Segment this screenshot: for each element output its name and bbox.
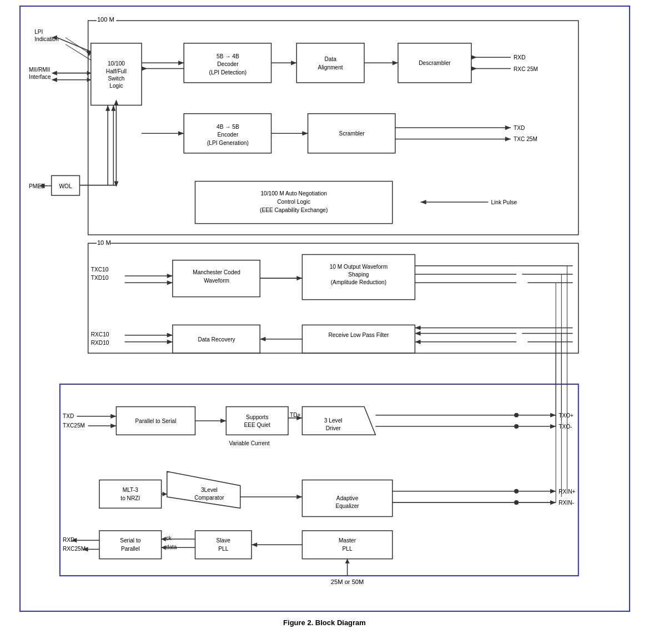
svg-marker-73 bbox=[167, 274, 172, 278]
svg-text:Driver: Driver bbox=[325, 425, 341, 431]
svg-marker-56 bbox=[51, 71, 57, 76]
lpf-label: Receive Low Pass Filter bbox=[328, 332, 389, 338]
svg-marker-29 bbox=[178, 61, 184, 65]
rxin-minus-label: RXIN- bbox=[559, 500, 574, 506]
slave-pll-label: Slave bbox=[216, 537, 230, 544]
svg-marker-35 bbox=[392, 61, 398, 65]
svg-marker-21 bbox=[471, 55, 476, 59]
parallel-serial-label: Parallel to Serial bbox=[135, 418, 176, 424]
svg-rect-150 bbox=[99, 531, 161, 559]
output-waveform-label: 10 M Output Waveform bbox=[329, 264, 387, 270]
svg-marker-90 bbox=[167, 340, 172, 344]
10m-label: 10 M bbox=[97, 239, 110, 246]
supports-eee-label: Supports bbox=[245, 414, 268, 420]
three-level-driver-label: 3 Level bbox=[324, 417, 342, 424]
svg-text:Waveform: Waveform bbox=[204, 278, 229, 284]
rxc25m-bottom-label: RXC25M bbox=[62, 546, 85, 552]
svg-marker-27 bbox=[505, 137, 510, 141]
svg-marker-43 bbox=[114, 99, 118, 105]
svg-marker-39 bbox=[302, 131, 308, 135]
svg-marker-88 bbox=[167, 333, 172, 338]
adaptive-eq-label: Adaptive bbox=[336, 495, 358, 501]
svg-text:Encoder: Encoder bbox=[217, 132, 238, 138]
mlt3-label: MLT-3 bbox=[122, 487, 138, 493]
svg-text:EEE Quiet: EEE Quiet bbox=[244, 422, 270, 428]
link-pulse-label: Link Pulse bbox=[491, 199, 517, 205]
data-alignment-label: Data bbox=[324, 56, 336, 62]
svg-rect-114 bbox=[226, 407, 288, 435]
svg-rect-10 bbox=[296, 43, 364, 83]
svg-marker-93 bbox=[260, 337, 265, 341]
svg-text:Interface: Interface bbox=[29, 74, 51, 80]
rxd-label: RXD bbox=[514, 54, 525, 61]
txd-bottom-label: TXD bbox=[62, 413, 73, 419]
master-pll-label: Master bbox=[339, 537, 356, 544]
svg-marker-37 bbox=[178, 131, 184, 135]
block-diagram-svg: x 100 M 10/100 Half/Full Switch Logic 5B… bbox=[26, 12, 623, 604]
svg-marker-145 bbox=[550, 500, 556, 505]
outer-border: x 100 M 10/100 Half/Full Switch Logic 5B… bbox=[19, 6, 630, 612]
clock-source-label: 25M or 50M bbox=[330, 578, 364, 585]
100m-label: 100 M bbox=[97, 16, 114, 23]
svg-marker-33 bbox=[291, 61, 296, 65]
data-recovery-label: Data Recovery bbox=[198, 336, 235, 343]
svg-text:(LPI Detection): (LPI Detection) bbox=[209, 69, 246, 76]
scrambler-label: Scrambler bbox=[339, 130, 365, 137]
svg-marker-41 bbox=[420, 200, 426, 204]
txo-plus-label: TXO+ bbox=[559, 412, 573, 419]
svg-text:PLL: PLL bbox=[342, 546, 352, 552]
svg-text:Equalizer: Equalizer bbox=[335, 503, 359, 509]
svg-marker-163 bbox=[345, 559, 349, 564]
svg-marker-23 bbox=[471, 66, 476, 71]
svg-marker-133 bbox=[162, 492, 167, 496]
svg-marker-123 bbox=[550, 413, 556, 417]
svg-marker-79 bbox=[296, 276, 302, 280]
svg-marker-67 bbox=[105, 105, 110, 110]
svg-text:(Amplitude Reduction): (Amplitude Reduction) bbox=[330, 279, 386, 285]
variable-current-label: Variable Current bbox=[229, 440, 269, 446]
txo-minus-label: TXO- bbox=[559, 424, 572, 430]
svg-marker-49 bbox=[66, 44, 89, 63]
svg-rect-152 bbox=[195, 531, 251, 559]
svg-marker-155 bbox=[161, 537, 165, 541]
figure-caption: Figure 2. Block Diagram bbox=[19, 618, 630, 627]
lpi-indication-label: LPI bbox=[34, 29, 43, 35]
svg-marker-157 bbox=[161, 545, 165, 550]
encoder-label: 4B → 5B bbox=[217, 124, 239, 130]
svg-text:PLL: PLL bbox=[218, 546, 228, 552]
ck-label: ck bbox=[165, 535, 172, 541]
svg-text:Decoder: Decoder bbox=[217, 61, 239, 67]
switch-logic-label: 10/100 bbox=[107, 61, 124, 67]
svg-marker-95 bbox=[415, 331, 420, 336]
txd10-label: TXD10 bbox=[90, 275, 108, 281]
svg-marker-137 bbox=[296, 495, 302, 499]
txc25m-label-top: TXC 25M bbox=[514, 136, 537, 142]
decoder-label: 5B → 4B bbox=[217, 53, 239, 59]
svg-marker-75 bbox=[167, 280, 172, 285]
svg-rect-3 bbox=[90, 43, 141, 105]
svg-rect-91 bbox=[302, 325, 415, 353]
svg-marker-25 bbox=[505, 125, 510, 130]
svg-text:Logic: Logic bbox=[109, 83, 123, 89]
svg-text:Alignment: Alignment bbox=[318, 64, 343, 71]
svg-marker-161 bbox=[251, 542, 257, 547]
svg-marker-113 bbox=[220, 419, 226, 423]
svg-marker-141 bbox=[550, 489, 556, 494]
svg-marker-69 bbox=[111, 105, 115, 110]
svg-rect-128 bbox=[99, 480, 161, 509]
rxc10-label: RXC10 bbox=[90, 331, 109, 338]
svg-marker-110 bbox=[110, 424, 116, 428]
wol-label: WOL bbox=[59, 183, 72, 189]
svg-text:Switch: Switch bbox=[108, 76, 124, 82]
rxc25m-label-top: RXC 25M bbox=[514, 66, 538, 72]
serial-parallel-label: Serial to bbox=[120, 537, 141, 544]
svg-marker-127 bbox=[550, 424, 556, 429]
svg-marker-59 bbox=[87, 78, 90, 82]
svg-marker-99 bbox=[415, 325, 420, 330]
svg-rect-158 bbox=[302, 531, 392, 559]
svg-text:Parallel: Parallel bbox=[120, 546, 139, 552]
svg-text:(LPI Generation): (LPI Generation) bbox=[207, 140, 248, 146]
txd-label-top: TXD bbox=[514, 125, 525, 131]
svg-text:to NRZI: to NRZI bbox=[120, 495, 140, 501]
comparator-label: 3Level bbox=[200, 487, 217, 493]
